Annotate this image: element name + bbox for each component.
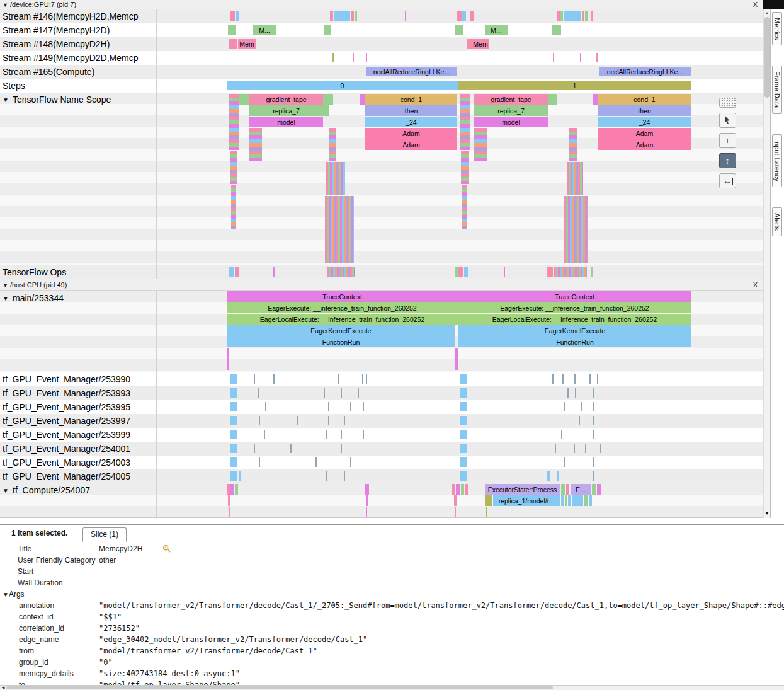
side-tab-input-latency[interactable]: Input Latency	[772, 134, 782, 187]
timing-tool-button[interactable]: ↔	[719, 173, 736, 188]
slice-unlabeled[interactable]	[460, 457, 467, 467]
slice-unlabeled[interactable]	[567, 162, 583, 195]
slice-unlabeled[interactable]	[564, 196, 588, 263]
slice-unlabeled[interactable]	[564, 11, 581, 21]
vertical-scroll-thumb[interactable]	[764, 17, 770, 98]
expander-icon[interactable]: ▼	[3, 484, 13, 498]
slice-unlabeled[interactable]	[561, 484, 565, 495]
track-area-tf-ops[interactable]	[156, 265, 763, 279]
args-section-header[interactable]: ▼Args	[0, 589, 784, 600]
expander-icon[interactable]: ▼	[3, 292, 13, 306]
gpu-panel-close-button[interactable]: X	[753, 0, 758, 9]
slice-unlabeled[interactable]	[460, 388, 467, 398]
slice-unlabeled[interactable]	[230, 151, 237, 184]
slice-unlabeled[interactable]	[350, 402, 351, 411]
slice-unlabeled[interactable]	[366, 374, 367, 384]
slice-unlabeled[interactable]	[574, 444, 575, 453]
slice-unlabeled[interactable]	[454, 495, 457, 506]
slice-unlabeled[interactable]	[259, 416, 260, 425]
track-label-tf-compute-254007[interactable]: ▼tf_Compute/254007	[0, 483, 155, 498]
slice-unlabeled[interactable]	[365, 484, 369, 495]
slice-1[interactable]: 1	[458, 81, 691, 90]
slice-gradient-tape[interactable]: gradient_tape	[474, 94, 548, 105]
slice-unlabeled[interactable]	[584, 495, 588, 506]
slice-functionrun[interactable]: FunctionRun	[458, 336, 691, 347]
side-tab-alerts[interactable]: Alerts	[772, 207, 782, 236]
track-area-stream-146[interactable]	[156, 9, 763, 23]
track-area-name-scope[interactable]: gradient_tapereplica_7modelcond_1then_24…	[156, 93, 763, 265]
slice-unlabeled[interactable]	[460, 430, 467, 439]
track-area-stream-148[interactable]: MemMem	[156, 37, 763, 51]
slice-unlabeled[interactable]	[229, 94, 239, 150]
slice-unlabeled[interactable]	[341, 444, 342, 453]
slice-replica-7[interactable]: replica_7	[249, 105, 323, 116]
toolbar-grip-handle[interactable]	[719, 98, 736, 108]
slice-unlabeled[interactable]	[229, 267, 234, 277]
slice-unlabeled[interactable]	[360, 94, 365, 105]
slice-unlabeled[interactable]	[593, 388, 594, 398]
slice-unlabeled[interactable]	[600, 444, 601, 453]
slice-unlabeled[interactable]	[562, 374, 564, 384]
slice-cond-1[interactable]: cond_1	[598, 94, 691, 105]
slice-eagerexecute-inference-train-function-260252[interactable]: EagerExecute: __inference_train_function…	[458, 302, 691, 313]
slice-unlabeled[interactable]	[547, 267, 553, 277]
slice-unlabeled[interactable]	[315, 457, 317, 467]
slice-unlabeled[interactable]	[567, 388, 569, 398]
slice-unlabeled[interactable]	[460, 444, 467, 453]
slice-unlabeled[interactable]	[569, 128, 577, 161]
slice-unlabeled[interactable]	[555, 444, 556, 453]
slice-unlabeled[interactable]	[332, 53, 334, 62]
slice-unlabeled[interactable]	[593, 402, 594, 411]
track-area-em-253999[interactable]	[156, 428, 763, 442]
slice-unlabeled[interactable]	[328, 402, 329, 411]
slice-unlabeled[interactable]	[353, 53, 354, 62]
slice-unlabeled[interactable]	[334, 11, 350, 21]
zoom-tool-button[interactable]: ↕	[719, 153, 736, 168]
slice-unlabeled[interactable]	[592, 484, 596, 495]
slice-unlabeled[interactable]	[474, 128, 487, 161]
slice-unlabeled[interactable]	[557, 471, 559, 481]
slice-unlabeled[interactable]	[552, 25, 561, 35]
slice-unlabeled[interactable]	[548, 94, 557, 105]
slice-unlabeled[interactable]	[460, 416, 467, 425]
slice-unlabeled[interactable]	[547, 471, 550, 481]
slice-unlabeled[interactable]	[591, 267, 593, 277]
slice-unlabeled[interactable]	[230, 374, 237, 384]
slice-unlabeled[interactable]	[228, 495, 230, 506]
magnifier-icon[interactable]	[162, 544, 171, 555]
slice-unlabeled[interactable]	[329, 128, 336, 161]
slice-adam[interactable]: Adam	[365, 128, 457, 139]
slice-unlabeled[interactable]	[366, 507, 367, 517]
slice-unlabeled[interactable]	[465, 484, 468, 495]
slice-unlabeled[interactable]	[239, 94, 249, 105]
slice-unlabeled[interactable]	[580, 53, 581, 62]
slice-unlabeled[interactable]	[273, 374, 275, 384]
track-area-stream-147[interactable]: M...M...	[156, 23, 763, 37]
slice-unlabeled[interactable]	[230, 11, 235, 21]
slice-unlabeled[interactable]	[579, 416, 580, 425]
slice-unlabeled[interactable]	[458, 267, 463, 277]
slice-unlabeled[interactable]	[230, 402, 237, 411]
slice-unlabeled[interactable]	[326, 430, 327, 439]
slice-unlabeled[interactable]	[227, 484, 230, 495]
slice-unlabeled[interactable]	[363, 402, 364, 411]
track-area-em-254003[interactable]	[156, 456, 763, 469]
slice-unlabeled[interactable]	[554, 267, 587, 277]
track-area-em-253995[interactable]	[156, 400, 763, 414]
scroll-left-icon[interactable]: ◀	[0, 686, 6, 690]
slice-mem[interactable]: Mem	[238, 39, 256, 49]
slice-unlabeled[interactable]	[452, 484, 455, 495]
collapse-icon[interactable]: ▼	[3, 282, 8, 289]
slice-unlabeled[interactable]	[327, 267, 355, 277]
horizontal-scroll-thumb[interactable]	[6, 686, 553, 689]
slice-unlabeled[interactable]	[350, 457, 351, 467]
slice-unlabeled[interactable]	[460, 471, 467, 481]
scroll-down-icon[interactable]: ▼	[764, 510, 770, 517]
track-label-main-253344[interactable]: ▼main/253344	[0, 291, 155, 306]
slice-unlabeled[interactable]	[593, 416, 594, 425]
slice-unlabeled[interactable]	[582, 11, 584, 21]
slice-model[interactable]: model	[474, 117, 548, 127]
slice-mem[interactable]: Mem	[472, 39, 489, 49]
args-expander-icon[interactable]: ▼	[3, 591, 9, 598]
slice-unlabeled[interactable]	[593, 457, 594, 467]
